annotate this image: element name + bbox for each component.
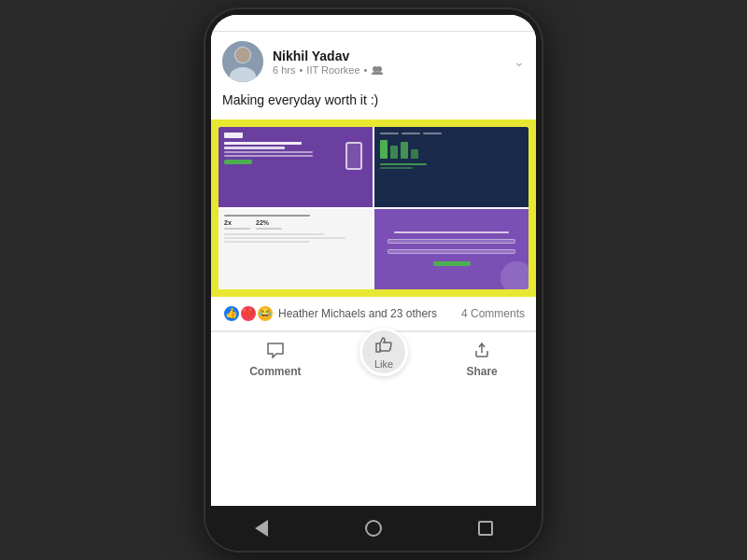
- mini-logo: [224, 133, 243, 138]
- screen-content: Nikhil Yadav 6 hrs • IIT Roorkee •: [211, 15, 536, 506]
- mini-btn: [224, 160, 252, 164]
- mini-nav: [380, 133, 523, 134]
- reaction-emojis: 👍 ❤️ 😂: [222, 304, 275, 323]
- home-icon: [365, 520, 382, 537]
- recents-icon: [478, 521, 493, 536]
- phone-nav-bar: [205, 506, 542, 551]
- comment-icon: [266, 342, 285, 363]
- like-emoji: 👍: [222, 304, 241, 323]
- image-cell-2: [374, 127, 529, 207]
- mini-nav-item-1: [380, 133, 399, 134]
- like-button[interactable]: Like: [359, 328, 408, 376]
- mini-nav-item-3: [423, 133, 442, 134]
- mini-stat: 2x 22%: [224, 219, 367, 230]
- post-details: 6 hrs • IIT Roorkee •: [273, 64, 384, 76]
- mini-title-line: [224, 215, 310, 217]
- comment-label: Comment: [249, 365, 301, 378]
- love-emoji: ❤️: [239, 304, 258, 323]
- image-cell-1: [218, 127, 373, 207]
- reactions-left: 👍 ❤️ 😂 Heather Michaels and 23 others: [222, 304, 437, 323]
- post-location: IIT Roorkee: [306, 64, 359, 76]
- mini-nav-item-2: [402, 133, 420, 134]
- post-card: Nikhil Yadav 6 hrs • IIT Roorkee •: [211, 32, 536, 506]
- share-button[interactable]: Share: [447, 336, 515, 384]
- post-image: 2x 22%: [211, 119, 536, 297]
- reaction-names: Heather Michaels and 23 others: [278, 307, 437, 320]
- share-icon: [472, 342, 491, 363]
- avatar: [222, 41, 263, 82]
- share-label: Share: [466, 365, 497, 378]
- mini-text-line-2: [224, 155, 313, 157]
- post-time: 6 hrs: [273, 64, 295, 76]
- comments-count: 4 Comments: [461, 307, 525, 320]
- comment-button[interactable]: Comment: [231, 336, 319, 384]
- friends-icon: [371, 65, 384, 75]
- recents-button[interactable]: [469, 511, 502, 545]
- back-icon: [255, 520, 268, 537]
- home-button[interactable]: [357, 511, 390, 545]
- phone-frame: Nikhil Yadav 6 hrs • IIT Roorkee •: [205, 9, 542, 551]
- post-text: Making everyday worth it :): [211, 91, 536, 119]
- svg-point-3: [235, 48, 250, 63]
- mini-stat-block-2: 22%: [256, 219, 282, 230]
- mini-text-line: [224, 151, 313, 153]
- mini-heading: [224, 142, 302, 145]
- post-image-inner: 2x 22%: [218, 127, 529, 289]
- reactions-row: 👍 ❤️ 😂 Heather Michaels and 23 others 4 …: [211, 297, 536, 331]
- mini-stat-num-1: 2x: [224, 219, 250, 226]
- post-meta: Nikhil Yadav 6 hrs • IIT Roorkee •: [273, 49, 384, 76]
- mini-stat-label-1: [224, 228, 250, 230]
- mini-stat-block-1: 2x: [224, 219, 250, 230]
- image-cell-3: 2x 22%: [218, 209, 373, 289]
- post-author: Nikhil Yadav: [273, 49, 384, 63]
- haha-emoji: 😂: [256, 304, 275, 323]
- post-header: Nikhil Yadav 6 hrs • IIT Roorkee •: [211, 32, 536, 91]
- mini-stat-label-2: [256, 228, 282, 230]
- mini-heading-2: [224, 147, 285, 149]
- chevron-down-icon[interactable]: ⌄: [514, 54, 525, 69]
- back-button[interactable]: [245, 511, 278, 545]
- top-strip: [211, 15, 536, 32]
- svg-point-5: [376, 66, 382, 72]
- mini-stat-num-2: 22%: [256, 219, 282, 226]
- like-label: Like: [374, 358, 393, 370]
- post-header-left: Nikhil Yadav 6 hrs • IIT Roorkee •: [222, 41, 384, 82]
- action-buttons: Comment Like: [211, 331, 536, 387]
- image-cell-4: [374, 209, 529, 289]
- separator-dot: •: [299, 64, 303, 76]
- separator-dot-2: •: [364, 64, 368, 76]
- phone-screen: Nikhil Yadav 6 hrs • IIT Roorkee •: [211, 15, 536, 506]
- like-icon: [374, 335, 394, 358]
